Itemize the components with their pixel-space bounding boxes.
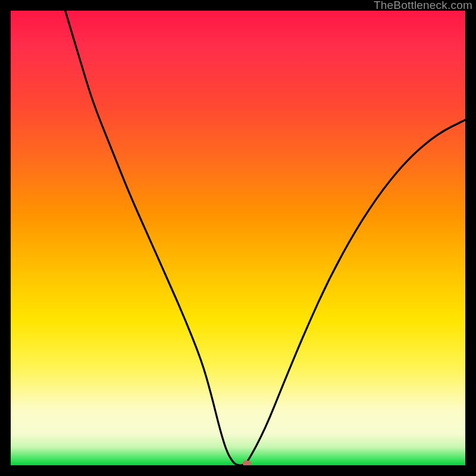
optimal-point-marker — [243, 461, 251, 465]
bottleneck-curve — [65, 11, 465, 465]
outer-frame: TheBottleneck.com — [0, 0, 476, 476]
curve-layer — [11, 11, 465, 465]
watermark-text: TheBottleneck.com — [374, 0, 472, 11]
plot-area — [11, 11, 465, 465]
